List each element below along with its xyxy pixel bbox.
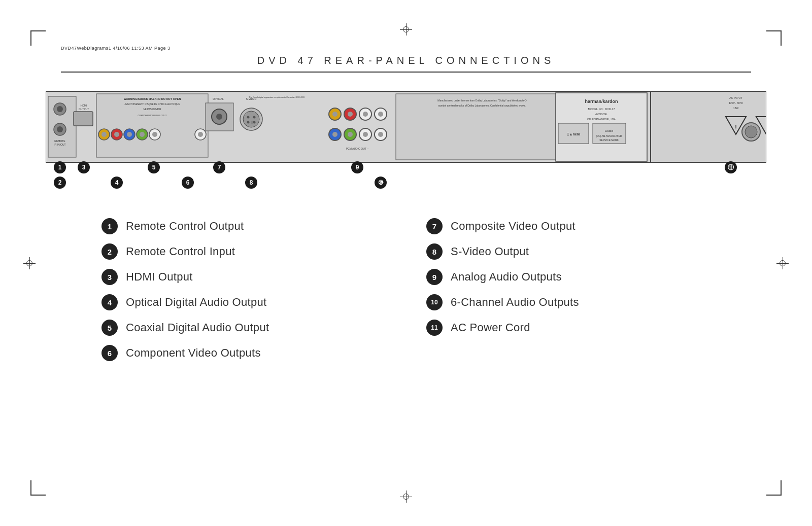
svg-text:1: 1 xyxy=(58,164,62,171)
list-item: 8 S-Video Output xyxy=(426,243,710,260)
header-meta: DVD47WebDiagrams1 4/10/06 11:53 AM Page … xyxy=(61,46,751,51)
device-diagram: REMOTE IR IN/OUT HDMI OUTPUT WARNING/SHO… xyxy=(46,84,766,193)
list-item: 6 Component Video Outputs xyxy=(101,345,386,361)
svg-point-35 xyxy=(247,116,250,119)
legend-badge-3: 3 xyxy=(101,269,118,285)
svg-text:⑩: ⑩ xyxy=(378,179,384,186)
legend-label-10: 6-Channel Audio Outputs xyxy=(451,296,579,309)
svg-text:6: 6 xyxy=(186,179,190,186)
list-item: 5 Coaxial Digital Audio Output xyxy=(101,320,386,336)
svg-point-50 xyxy=(332,132,337,137)
svg-point-44 xyxy=(348,112,353,117)
svg-point-21 xyxy=(127,132,132,137)
svg-point-19 xyxy=(114,132,119,137)
svg-point-25 xyxy=(152,132,157,137)
svg-point-79 xyxy=(745,126,757,138)
svg-point-56 xyxy=(378,132,383,137)
svg-text:Ξ▲nelo: Ξ▲nelo xyxy=(567,132,580,136)
page-title: DVD 47 REAR-PANEL CONNECTIONS xyxy=(61,55,751,66)
page-header: DVD47WebDiagrams1 4/10/06 11:53 AM Page … xyxy=(61,46,751,73)
svg-point-54 xyxy=(363,132,368,137)
legend-label-5: Coaxial Digital Audio Output xyxy=(126,321,269,334)
reg-mark-top xyxy=(400,23,412,36)
corner-mark-v-br xyxy=(781,480,782,496)
corner-mark-v-tr xyxy=(781,30,782,46)
legend-badge-6: 6 xyxy=(101,345,118,361)
svg-text:NE PAS OUVRIR: NE PAS OUVRIR xyxy=(144,108,162,111)
legend-badge-7: 7 xyxy=(426,218,443,234)
svg-text:OUTPUT: OUTPUT xyxy=(79,108,89,111)
corner-mark-tl xyxy=(30,30,46,31)
svg-text:3: 3 xyxy=(82,164,86,171)
svg-text:IR IN/OUT: IR IN/OUT xyxy=(54,143,65,146)
svg-text:MODEL NO.: DVD 47: MODEL NO.: DVD 47 xyxy=(588,108,615,111)
svg-text:REMOTE: REMOTE xyxy=(54,139,65,143)
svg-text:OPTICAL: OPTICAL xyxy=(213,97,224,100)
svg-point-42 xyxy=(332,112,337,117)
legend-label-1: Remote Control Output xyxy=(126,220,244,233)
svg-text:AC INPUT: AC INPUT xyxy=(729,96,742,99)
list-item: 9 Analog Audio Outputs xyxy=(426,269,710,285)
svg-point-23 xyxy=(140,132,145,137)
svg-text:⑪: ⑪ xyxy=(728,164,734,171)
corner-mark-br xyxy=(766,495,782,496)
svg-text:Listed: Listed xyxy=(605,129,613,132)
legend-badge-4: 4 xyxy=(101,294,118,310)
svg-text:AVERTISSEMENT: RISQUE DE CHOC : AVERTISSEMENT: RISQUE DE CHOC ELECTRIQUE xyxy=(125,103,180,106)
list-item: 7 Composite Video Output xyxy=(426,218,710,234)
legend-label-7: Composite Video Output xyxy=(451,220,576,233)
legend-badge-1: 1 xyxy=(101,218,118,234)
svg-text:!: ! xyxy=(735,124,737,130)
svg-text:7: 7 xyxy=(218,164,221,171)
svg-point-48 xyxy=(378,112,383,117)
svg-text:5: 5 xyxy=(152,164,156,171)
svg-text:symbol are trademarks of Dolby: symbol are trademarks of Dolby Laborator… xyxy=(438,104,526,107)
corner-mark-bl xyxy=(30,495,46,496)
svg-point-5 xyxy=(57,126,63,132)
svg-text:WARNING/SHOCK HAZARD DO NOT OP: WARNING/SHOCK HAZARD DO NOT OPEN xyxy=(124,97,181,100)
reg-mark-right xyxy=(776,257,789,269)
legend-section: 1 Remote Control Output 2 Remote Control… xyxy=(101,218,710,361)
svg-text:9: 9 xyxy=(356,164,359,171)
legend-label-8: S-Video Output xyxy=(451,245,529,258)
svg-point-38 xyxy=(253,121,256,124)
svg-point-34 xyxy=(243,111,259,127)
svg-point-36 xyxy=(253,116,256,119)
legend-label-4: Optical Digital Audio Output xyxy=(126,296,266,309)
legend-label-9: Analog Audio Outputs xyxy=(451,270,562,284)
svg-point-17 xyxy=(101,132,107,137)
svg-rect-39 xyxy=(251,121,253,124)
legend-badge-2: 2 xyxy=(101,243,118,260)
legend-label-6: Component Video Outputs xyxy=(126,346,261,360)
svg-text:8: 8 xyxy=(250,179,253,186)
svg-point-27 xyxy=(198,132,203,137)
corner-mark-v-tl xyxy=(30,30,31,46)
reg-mark-left xyxy=(23,257,36,269)
svg-text:4: 4 xyxy=(115,179,119,186)
svg-text:harman/kardon: harman/kardon xyxy=(585,99,618,104)
legend-label-2: Remote Control Input xyxy=(126,245,235,258)
corner-mark-tr xyxy=(766,30,782,31)
legend-column-left: 1 Remote Control Output 2 Remote Control… xyxy=(101,218,386,361)
legend-badge-8: 8 xyxy=(426,243,443,260)
svg-text:2: 2 xyxy=(58,179,62,186)
svg-point-31 xyxy=(216,114,222,120)
list-item: 1 Remote Control Output xyxy=(101,218,386,234)
list-item: 10 6-Channel Audio Outputs xyxy=(426,294,710,310)
corner-mark-v-bl xyxy=(30,480,31,496)
svg-text:COMPONENT VIDEO OUTPUT: COMPONENT VIDEO OUTPUT xyxy=(138,114,167,117)
legend-badge-9: 9 xyxy=(426,269,443,285)
svg-text:HDMI: HDMI xyxy=(81,104,87,107)
svg-point-37 xyxy=(247,121,250,124)
svg-text:!: ! xyxy=(765,124,766,130)
svg-text:(UL) AN ASSOCIATED: (UL) AN ASSOCIATED xyxy=(596,134,622,137)
svg-point-52 xyxy=(348,132,353,137)
legend-badge-10: 10 xyxy=(426,294,443,310)
legend-label-3: HDMI Output xyxy=(126,270,193,284)
svg-point-3 xyxy=(57,106,63,112)
svg-point-46 xyxy=(363,112,368,117)
legend-column-right: 7 Composite Video Output 8 S-Video Outpu… xyxy=(426,218,710,361)
reg-mark-bottom xyxy=(400,490,412,503)
list-item: 11 AC Power Cord xyxy=(426,320,710,336)
svg-text:PCM AUDIO OUT ←: PCM AUDIO OUT ← xyxy=(346,147,369,150)
